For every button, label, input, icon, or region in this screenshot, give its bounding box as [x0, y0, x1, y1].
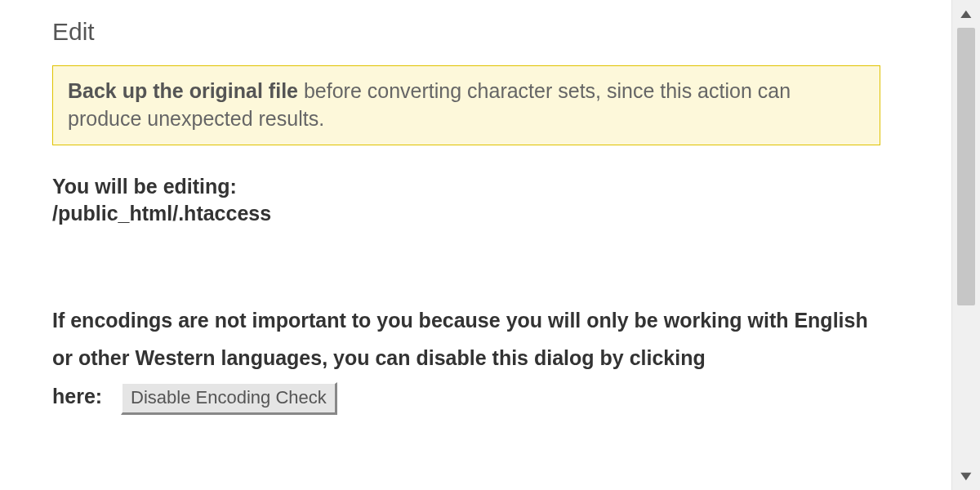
dialog-content: Edit Back up the original file before co…: [0, 0, 928, 490]
chevron-down-icon: ▼: [957, 470, 975, 483]
chevron-up-icon: ▲: [957, 7, 975, 20]
editing-label: You will be editing:: [52, 173, 880, 201]
encoding-text-line1: If encodings are not important to you be…: [52, 301, 880, 377]
encoding-text-line2: here:: [52, 385, 102, 408]
disable-encoding-check-button[interactable]: Disable Encoding Check: [121, 382, 337, 415]
editing-info: You will be editing: /public_html/.htacc…: [52, 173, 880, 229]
scrollbar-track[interactable]: [952, 28, 980, 462]
encoding-info: If encodings are not important to you be…: [52, 301, 880, 415]
vertical-scrollbar[interactable]: ▲ ▼: [951, 0, 980, 490]
scroll-down-button[interactable]: ▼: [952, 462, 980, 490]
page-title: Edit: [52, 18, 880, 46]
scrollbar-thumb[interactable]: [957, 28, 975, 305]
warning-banner: Back up the original file before convert…: [52, 65, 880, 145]
scroll-up-button[interactable]: ▲: [952, 0, 980, 28]
editing-path: /public_html/.htaccess: [52, 200, 880, 228]
warning-bold-text: Back up the original file: [68, 79, 298, 102]
